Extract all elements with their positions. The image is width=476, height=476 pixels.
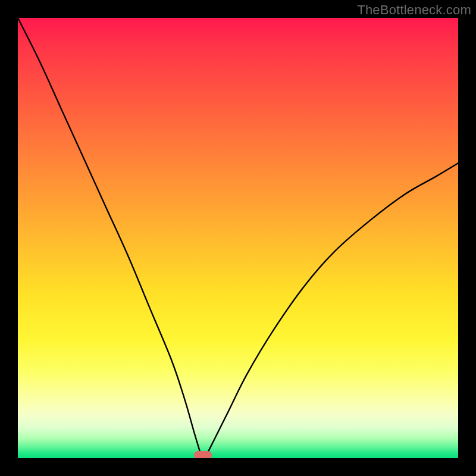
attribution-text: TheBottleneck.com	[357, 2, 471, 18]
minimum-marker	[194, 451, 212, 458]
bottleneck-curve	[18, 18, 458, 458]
plot-area	[18, 18, 458, 458]
curve-right-branch	[207, 163, 458, 453]
chart-frame: TheBottleneck.com	[0, 0, 476, 476]
curve-left-branch	[18, 18, 201, 454]
